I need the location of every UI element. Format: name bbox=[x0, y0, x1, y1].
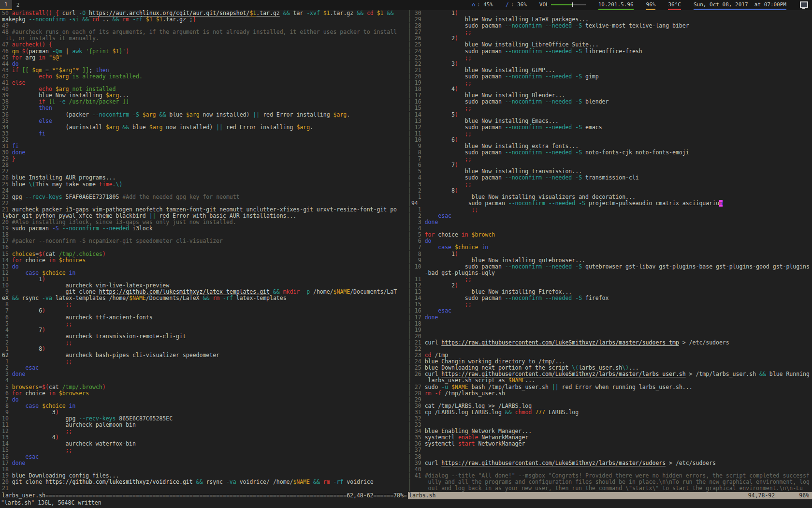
code-row: | 39 curl https://raw.githubusercontent.… bbox=[408, 460, 812, 466]
code-row: 1 ;; bbox=[2, 359, 408, 365]
code-row: 15 ;; bbox=[2, 447, 408, 453]
disk-home-value: : 45% bbox=[477, 1, 493, 8]
home-icon: ⌂ bbox=[472, 1, 475, 8]
status-modules: ⌂: 45% /: 36% VOL 10.201.5.96 96% 36°C bbox=[472, 0, 812, 10]
code-row: 25 blue \(This may take some time.\) bbox=[2, 181, 408, 188]
code-row: 17 #packer --noconfirm -S ncpamixer-git … bbox=[2, 238, 408, 244]
code-row: | 36 systemctl start NetworkManager bbox=[408, 441, 812, 447]
monitor-icon[interactable] bbox=[800, 1, 808, 8]
vim-editor: 50 aurinstall() { curl -O https://aur.ar… bbox=[0, 10, 812, 492]
code-row: | 19 ;; bbox=[408, 80, 812, 86]
code-row: 34 (aurinstall $arg && blue $arg now ins… bbox=[2, 124, 408, 131]
code-row: | 7 case $choice in bbox=[408, 244, 812, 251]
code-row: 12 case $choice in bbox=[2, 270, 408, 276]
workspace-2-button[interactable]: 2 bbox=[12, 0, 24, 10]
vim-command-line: "larbs.sh" 136L, 5648C written bbox=[0, 499, 812, 507]
code-row: 33 fi bbox=[2, 131, 408, 137]
code-row: | 37 bbox=[408, 447, 812, 453]
code-row: | 3 ;; bbox=[408, 181, 812, 188]
disk-root-module: /: 36% bbox=[506, 0, 527, 10]
active-filename: larbs.sh bbox=[409, 492, 435, 499]
volume-slider[interactable] bbox=[551, 2, 586, 7]
code-row: | 2 esac bbox=[408, 213, 812, 219]
code-row: 46 qm=$(pacman -Qm | awk '{print $1}') bbox=[2, 48, 408, 55]
code-row: 17 done bbox=[2, 460, 408, 466]
datetime-value: Sun, Oct 08, 2017 at 07:00PM bbox=[694, 1, 786, 8]
code-row: 38 if [[ -e /usr/bin/packer ]] bbox=[2, 99, 408, 105]
code-row: | out and log back in as your new user, … bbox=[408, 485, 812, 492]
left-editor-pane[interactable]: 50 aurinstall() { curl -O https://aur.ar… bbox=[0, 10, 408, 492]
temperature-value: 36°C bbox=[668, 1, 681, 8]
code-row: 8 case $choice in bbox=[2, 403, 408, 409]
code-row: | 15 ;; bbox=[408, 301, 812, 308]
volume-module: VOL bbox=[539, 0, 586, 10]
root-slash-icon: / bbox=[506, 1, 509, 8]
code-row: 14 for choice in $choices bbox=[2, 257, 408, 264]
code-row: 2 ;; bbox=[2, 340, 408, 346]
statusline-inactive: larbs_user.sh===========================… bbox=[0, 492, 408, 499]
code-row: 28 bbox=[2, 162, 408, 168]
code-row: 36 (packer --noconfirm -S $arg && blue $… bbox=[2, 112, 408, 118]
code-row: 3 done bbox=[2, 371, 408, 377]
system-tray bbox=[799, 0, 809, 10]
code-row: | 16 esac bbox=[408, 308, 812, 314]
code-row: 5 ;; bbox=[2, 321, 408, 327]
code-row: 16 esac bbox=[2, 454, 408, 460]
code-row: | 31 cp /LARBS.log LARBS.log && chmod 77… bbox=[408, 409, 812, 416]
code-row: | 27 ;; bbox=[408, 29, 812, 35]
workspace-2-label: 2 bbox=[16, 2, 20, 8]
code-row: 8 ;; bbox=[2, 301, 408, 308]
battery-percent: 96% bbox=[646, 1, 656, 8]
terminal-screen: 1 2 ⌂: 45% /: 36% VOL 10.201.5.96 bbox=[0, 0, 812, 508]
disk-home-module: ⌂: 45% bbox=[472, 0, 493, 10]
code-row: | 11 ;; bbox=[408, 276, 812, 283]
volume-slider-fill bbox=[551, 4, 573, 5]
code-row: makepkg --noconfirm -si && cd .. && rm -… bbox=[2, 16, 408, 23]
scroll-percent: 96% bbox=[799, 492, 809, 499]
code-row: | 5 for choice in $browch bbox=[408, 232, 812, 238]
code-row: 20 git clone https://github.com/lukesmit… bbox=[2, 479, 408, 485]
code-row: 23 gpg --recv-keys 5FAF0A6EE7371805 #Add… bbox=[2, 194, 408, 200]
code-row: | 15 ;; bbox=[408, 105, 812, 111]
code-row: it, or installs it manually. bbox=[2, 35, 408, 42]
code-row: | 28 rm -f /tmp/larbs_user.sh bbox=[408, 390, 812, 397]
disk-root-value: : 36% bbox=[511, 1, 527, 8]
ip-address: 10.201.5.96 bbox=[598, 1, 634, 8]
workspace-switcher: 1 2 bbox=[0, 0, 24, 10]
code-row: 31 fi bbox=[2, 143, 408, 149]
code-row: 30 done bbox=[2, 149, 408, 156]
code-row: | 18 bbox=[408, 321, 812, 327]
code-row: 32 bbox=[2, 137, 408, 143]
code-row: | 19 bbox=[408, 327, 812, 333]
ip-module: 10.201.5.96 bbox=[598, 0, 634, 10]
code-row: 19 sudo pacman -S --noconfirm --needed i… bbox=[2, 225, 408, 232]
volume-label: VOL bbox=[539, 1, 549, 8]
workspace-1-label: 1 bbox=[4, 1, 8, 8]
code-row: | 3 done bbox=[408, 219, 812, 225]
statusline-active: larbs.sh 94,78-92 96% bbox=[408, 492, 812, 499]
code-row: 21 bbox=[2, 485, 408, 492]
temperature-module: 36°C bbox=[668, 0, 681, 10]
code-row: | 11 ;; bbox=[408, 131, 812, 137]
workspace-1-button[interactable]: 1 bbox=[0, 0, 12, 10]
right-editor-pane[interactable]: | 30 1)| 29 blue Now installing LaTeX pa… bbox=[408, 10, 812, 492]
code-row: 2 esac bbox=[2, 365, 408, 371]
code-row: | 23 ;; bbox=[408, 55, 812, 61]
volume-slider-track bbox=[573, 4, 586, 5]
code-row: 6 for choice in $browsers bbox=[2, 390, 408, 397]
code-row: 42 echo $arg is already installed. bbox=[2, 74, 408, 80]
code-row: | 21 curl https://raw.githubusercontent.… bbox=[408, 340, 812, 346]
code-row: | 22 bbox=[408, 346, 812, 352]
datetime-module: Sun, Oct 08, 2017 at 07:00PM bbox=[694, 0, 786, 10]
cursor-position: 94,78-92 bbox=[748, 492, 775, 499]
code-row: | 32 bbox=[408, 416, 812, 422]
code-row: 12 ;; bbox=[2, 428, 408, 434]
vim-statuslines: larbs_user.sh===========================… bbox=[0, 492, 812, 499]
code-row: 45 for arg in "$@" bbox=[2, 55, 408, 61]
code-row: | 1 ;; bbox=[408, 207, 812, 213]
battery-module: 96% bbox=[646, 0, 656, 10]
volume-slider-thumb[interactable] bbox=[572, 2, 573, 7]
code-row: 29 } bbox=[2, 156, 408, 162]
code-row: | 17 done bbox=[408, 314, 812, 321]
status-bar: 1 2 ⌂: 45% /: 36% VOL 10.201.5.96 bbox=[0, 0, 812, 10]
